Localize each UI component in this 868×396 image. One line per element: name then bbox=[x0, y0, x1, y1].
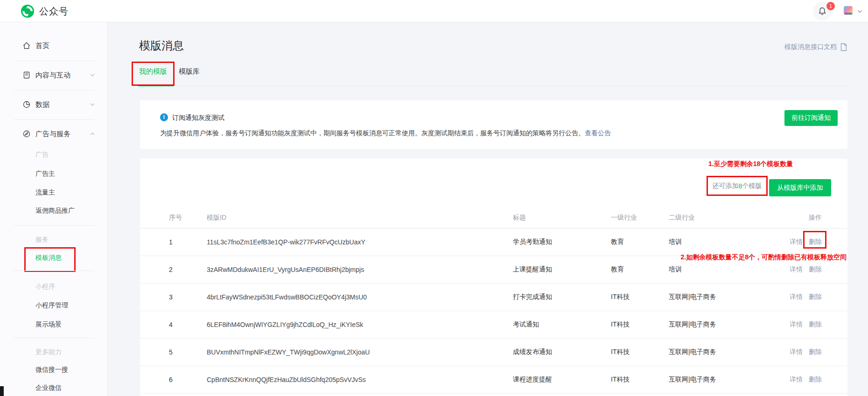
header-title: 标题 bbox=[513, 214, 611, 222]
pie-chart-icon bbox=[22, 100, 31, 109]
notice-body: 为提升微信用户体验，服务号订阅通知功能灰度测试中，期间服务号模板消息可正常使用。… bbox=[160, 129, 611, 138]
row-template-id: 11sL3c7fnoZm1EefB3e1QP-wik277FvRFvQcUzbU… bbox=[207, 238, 513, 246]
brand-title: 公众号 bbox=[39, 5, 69, 18]
row-title: 成绩发布通知 bbox=[513, 348, 611, 356]
sidebar-item-data[interactable]: 数据 bbox=[0, 97, 107, 112]
row-template-id: CpBntNSZKrKnnQQjfEzHauZbUldSGhfq205pSvVJ… bbox=[207, 376, 513, 383]
tabs-divider bbox=[139, 86, 847, 86]
delete-link[interactable]: 删除 bbox=[809, 320, 822, 329]
detail-link[interactable]: 详情 bbox=[790, 238, 803, 246]
chevron-up-icon bbox=[90, 131, 95, 137]
sidebar-divider bbox=[14, 338, 94, 338]
delete-link[interactable]: 删除 bbox=[809, 348, 822, 356]
notice-title: 订阅通知灰度测试 bbox=[172, 114, 224, 122]
tab-template-library[interactable]: 模版库 bbox=[179, 67, 200, 76]
header-actions: 操作 bbox=[790, 214, 847, 222]
delete-link[interactable]: 删除 bbox=[809, 265, 822, 274]
sidebar-item-miniprogram-manage[interactable]: 小程序管理 bbox=[0, 299, 107, 312]
quota-remaining-box: 还可添加8个模版 bbox=[707, 176, 768, 196]
document-icon bbox=[840, 43, 847, 51]
header-industry2: 二级行业 bbox=[669, 214, 790, 222]
row-title: 打卡完成通知 bbox=[513, 293, 611, 301]
chevron-down-icon bbox=[90, 102, 95, 107]
table-header-row: 序号 模版ID 标题 一级行业 二级行业 操作 bbox=[140, 207, 847, 229]
detail-link[interactable]: 详情 bbox=[790, 375, 803, 384]
sidebar-item-ads-services[interactable]: 广告与服务 bbox=[0, 126, 107, 141]
compass-icon bbox=[22, 130, 31, 138]
header-index: 序号 bbox=[169, 214, 207, 222]
screen-corner-artifact bbox=[0, 386, 4, 396]
templates-table: 序号 模版ID 标题 一级行业 二级行业 操作 1 11sL3c7fnoZm1E… bbox=[140, 207, 847, 394]
table-row: 4 6LEF8ihM4OwnjWIYGZLIYg9jhZCdlLoQ_Hz_iK… bbox=[140, 311, 847, 339]
go-subscribe-notice-button[interactable]: 前往订阅通知 bbox=[784, 110, 838, 126]
sidebar-group-more: 更多能力 bbox=[0, 346, 107, 359]
sidebar: 首页 内容与互动 数据 bbox=[0, 22, 107, 396]
sidebar-divider bbox=[14, 119, 94, 120]
home-icon bbox=[22, 42, 31, 50]
delete-link[interactable]: 删除 bbox=[809, 238, 822, 246]
row-industry2: 培训 bbox=[669, 265, 790, 274]
detail-link[interactable]: 详情 bbox=[790, 320, 803, 329]
row-template-id: BUVxmthNITmpNlFxEZWY_TWji9qgDowXgnwL2lXj… bbox=[207, 348, 513, 356]
annotation-note-2: 2.如剩余模板数量不足8个，可酌情删除已有模板释放空间 bbox=[681, 253, 847, 262]
brand[interactable]: 公众号 bbox=[21, 4, 69, 18]
row-index: 2 bbox=[169, 266, 207, 273]
page-title: 模版消息 bbox=[139, 38, 184, 53]
row-title: 上课提醒通知 bbox=[513, 265, 611, 274]
detail-link[interactable]: 详情 bbox=[790, 293, 803, 301]
row-index: 4 bbox=[169, 321, 207, 328]
main-content: 模版消息 模版消息接口文档 我的模版 模版库 i 订阅通知灰度测试 为提升微信用… bbox=[107, 22, 868, 396]
sidebar-item-advertiser[interactable]: 广告主 bbox=[0, 167, 107, 181]
add-from-library-button[interactable]: 从模版库中添加 bbox=[769, 179, 831, 196]
sidebar-item-traffic-owner[interactable]: 流量主 bbox=[0, 186, 107, 199]
sidebar-item-rebate-promo[interactable]: 返佣商品推广 bbox=[0, 204, 107, 217]
sidebar-group-miniprogram: 小程序 bbox=[0, 280, 107, 293]
row-title: 课程进度提醒 bbox=[513, 375, 611, 384]
sidebar-divider bbox=[14, 61, 94, 61]
sidebar-item-work-wechat[interactable]: 企业微信 bbox=[0, 382, 107, 395]
row-template-id: 3zARwMDdukwAI1ErU_VyrgUsAnEP6DIBtRhj2bjm… bbox=[207, 266, 513, 273]
row-industry2: 互联网|电子商务 bbox=[669, 348, 790, 356]
row-industry1: IT科技 bbox=[611, 375, 669, 384]
detail-link[interactable]: 详情 bbox=[790, 348, 803, 356]
row-title: 考试通知 bbox=[513, 320, 611, 329]
sidebar-item-home[interactable]: 首页 bbox=[0, 38, 107, 53]
sidebar-item-ad[interactable]: 广告 bbox=[0, 148, 107, 161]
account-chevron-down-icon[interactable] bbox=[857, 8, 863, 14]
active-tab-underline bbox=[138, 85, 174, 86]
bell-icon bbox=[818, 7, 827, 16]
row-industry1: 教育 bbox=[611, 265, 669, 274]
delete-link[interactable]: 删除 bbox=[809, 293, 822, 301]
header-template-id: 模版ID bbox=[207, 214, 513, 222]
account-avatar[interactable] bbox=[844, 6, 853, 15]
row-index: 5 bbox=[169, 348, 207, 356]
template-table-card: 1.至少需要剩余18个模板数量 还可添加8个模版 从模版库中添加 序号 模版ID… bbox=[140, 159, 847, 396]
sidebar-item-content[interactable]: 内容与互动 bbox=[0, 68, 107, 83]
info-icon: i bbox=[160, 113, 168, 121]
row-index: 3 bbox=[169, 293, 207, 301]
delete-link[interactable]: 删除 bbox=[809, 375, 822, 384]
content-icon bbox=[22, 71, 31, 79]
notification-count-badge: 1 bbox=[826, 2, 835, 10]
view-announcement-link[interactable]: 查看公告 bbox=[585, 129, 611, 137]
tab-my-templates[interactable]: 我的模版 bbox=[139, 67, 167, 76]
row-industry1: 教育 bbox=[611, 238, 669, 246]
api-doc-link[interactable]: 模版消息接口文档 bbox=[784, 43, 847, 51]
sidebar-divider bbox=[14, 225, 94, 226]
row-index: 6 bbox=[169, 376, 207, 383]
sidebar-item-display-scene[interactable]: 展示场景 bbox=[0, 318, 107, 331]
sidebar-item-template-message[interactable]: 模板消息 bbox=[0, 251, 107, 264]
row-industry2: 培训 bbox=[669, 238, 790, 246]
sidebar-divider bbox=[14, 271, 94, 271]
gray-test-notice-card: i 订阅通知灰度测试 为提升微信用户体验，服务号订阅通知功能灰度测试中，期间服务… bbox=[140, 100, 847, 149]
row-template-id: 4brLtFayWSdnezpi53tLFwdswBBOCizEQoOY4j3M… bbox=[207, 293, 513, 301]
row-industry2: 互联网|电子商务 bbox=[669, 293, 790, 301]
wechat-mp-logo-icon bbox=[21, 4, 35, 18]
table-row: 3 4brLtFayWSdnezpi53tLFwdswBBOCizEQoOY4j… bbox=[140, 284, 847, 311]
sidebar-item-wechat-search[interactable]: 微信搜一搜 bbox=[0, 363, 107, 376]
table-row: 1 11sL3c7fnoZm1EefB3e1QP-wik277FvRFvQcUz… bbox=[140, 229, 847, 256]
header-industry1: 一级行业 bbox=[611, 214, 669, 222]
detail-link[interactable]: 详情 bbox=[790, 265, 803, 274]
row-industry2: 互联网|电子商务 bbox=[669, 320, 790, 329]
annotation-note-1: 1.至少需要剩余18个模板数量 bbox=[708, 160, 793, 168]
